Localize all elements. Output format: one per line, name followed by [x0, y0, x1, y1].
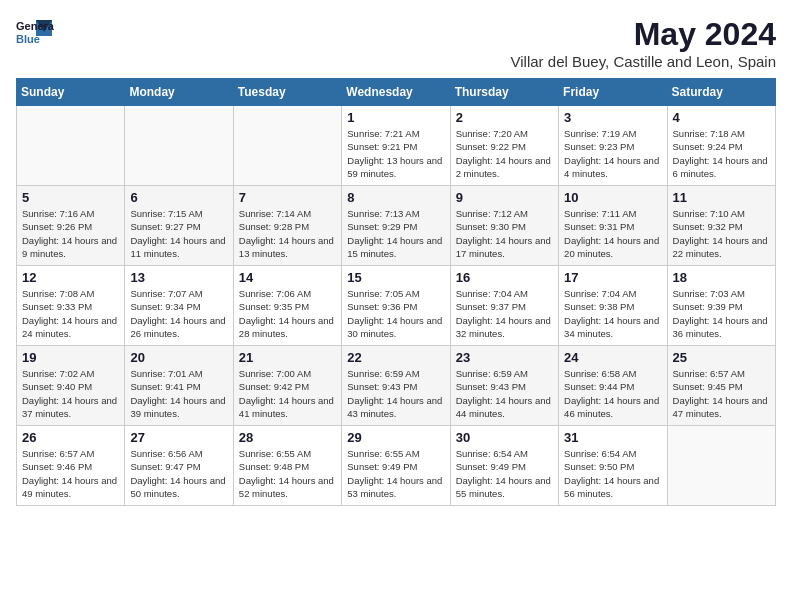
calendar-cell	[17, 106, 125, 186]
weekday-header-row: SundayMondayTuesdayWednesdayThursdayFrid…	[17, 79, 776, 106]
calendar-cell: 24Sunrise: 6:58 AM Sunset: 9:44 PM Dayli…	[559, 346, 667, 426]
calendar-cell	[125, 106, 233, 186]
cell-info: Sunrise: 7:04 AM Sunset: 9:37 PM Dayligh…	[456, 287, 553, 340]
calendar-cell	[233, 106, 341, 186]
calendar-cell: 23Sunrise: 6:59 AM Sunset: 9:43 PM Dayli…	[450, 346, 558, 426]
weekday-header-sunday: Sunday	[17, 79, 125, 106]
calendar-cell: 2Sunrise: 7:20 AM Sunset: 9:22 PM Daylig…	[450, 106, 558, 186]
day-number: 14	[239, 270, 336, 285]
day-number: 8	[347, 190, 444, 205]
day-number: 26	[22, 430, 119, 445]
logo: General Blue	[16, 16, 54, 48]
day-number: 28	[239, 430, 336, 445]
cell-info: Sunrise: 7:21 AM Sunset: 9:21 PM Dayligh…	[347, 127, 444, 180]
cell-info: Sunrise: 6:56 AM Sunset: 9:47 PM Dayligh…	[130, 447, 227, 500]
calendar-cell: 14Sunrise: 7:06 AM Sunset: 9:35 PM Dayli…	[233, 266, 341, 346]
week-row-5: 26Sunrise: 6:57 AM Sunset: 9:46 PM Dayli…	[17, 426, 776, 506]
cell-info: Sunrise: 7:20 AM Sunset: 9:22 PM Dayligh…	[456, 127, 553, 180]
calendar-cell: 20Sunrise: 7:01 AM Sunset: 9:41 PM Dayli…	[125, 346, 233, 426]
day-number: 5	[22, 190, 119, 205]
calendar-cell: 10Sunrise: 7:11 AM Sunset: 9:31 PM Dayli…	[559, 186, 667, 266]
calendar-cell: 27Sunrise: 6:56 AM Sunset: 9:47 PM Dayli…	[125, 426, 233, 506]
calendar-cell: 28Sunrise: 6:55 AM Sunset: 9:48 PM Dayli…	[233, 426, 341, 506]
day-number: 11	[673, 190, 770, 205]
day-number: 12	[22, 270, 119, 285]
day-number: 9	[456, 190, 553, 205]
cell-info: Sunrise: 7:15 AM Sunset: 9:27 PM Dayligh…	[130, 207, 227, 260]
calendar-cell: 21Sunrise: 7:00 AM Sunset: 9:42 PM Dayli…	[233, 346, 341, 426]
cell-info: Sunrise: 7:19 AM Sunset: 9:23 PM Dayligh…	[564, 127, 661, 180]
day-number: 30	[456, 430, 553, 445]
weekday-header-saturday: Saturday	[667, 79, 775, 106]
cell-info: Sunrise: 7:13 AM Sunset: 9:29 PM Dayligh…	[347, 207, 444, 260]
day-number: 19	[22, 350, 119, 365]
day-number: 16	[456, 270, 553, 285]
location-title: Villar del Buey, Castille and Leon, Spai…	[511, 53, 776, 70]
cell-info: Sunrise: 7:05 AM Sunset: 9:36 PM Dayligh…	[347, 287, 444, 340]
day-number: 6	[130, 190, 227, 205]
day-number: 4	[673, 110, 770, 125]
day-number: 31	[564, 430, 661, 445]
cell-info: Sunrise: 6:57 AM Sunset: 9:46 PM Dayligh…	[22, 447, 119, 500]
week-row-2: 5Sunrise: 7:16 AM Sunset: 9:26 PM Daylig…	[17, 186, 776, 266]
day-number: 24	[564, 350, 661, 365]
weekday-header-thursday: Thursday	[450, 79, 558, 106]
cell-info: Sunrise: 7:18 AM Sunset: 9:24 PM Dayligh…	[673, 127, 770, 180]
cell-info: Sunrise: 6:59 AM Sunset: 9:43 PM Dayligh…	[456, 367, 553, 420]
calendar-cell: 19Sunrise: 7:02 AM Sunset: 9:40 PM Dayli…	[17, 346, 125, 426]
cell-info: Sunrise: 7:16 AM Sunset: 9:26 PM Dayligh…	[22, 207, 119, 260]
calendar-cell: 25Sunrise: 6:57 AM Sunset: 9:45 PM Dayli…	[667, 346, 775, 426]
calendar-cell: 4Sunrise: 7:18 AM Sunset: 9:24 PM Daylig…	[667, 106, 775, 186]
cell-info: Sunrise: 6:54 AM Sunset: 9:49 PM Dayligh…	[456, 447, 553, 500]
cell-info: Sunrise: 6:55 AM Sunset: 9:48 PM Dayligh…	[239, 447, 336, 500]
calendar-cell: 18Sunrise: 7:03 AM Sunset: 9:39 PM Dayli…	[667, 266, 775, 346]
weekday-header-tuesday: Tuesday	[233, 79, 341, 106]
calendar-cell: 17Sunrise: 7:04 AM Sunset: 9:38 PM Dayli…	[559, 266, 667, 346]
day-number: 17	[564, 270, 661, 285]
cell-info: Sunrise: 7:01 AM Sunset: 9:41 PM Dayligh…	[130, 367, 227, 420]
cell-info: Sunrise: 7:07 AM Sunset: 9:34 PM Dayligh…	[130, 287, 227, 340]
calendar-cell: 9Sunrise: 7:12 AM Sunset: 9:30 PM Daylig…	[450, 186, 558, 266]
day-number: 2	[456, 110, 553, 125]
month-title: May 2024	[511, 16, 776, 53]
cell-info: Sunrise: 7:11 AM Sunset: 9:31 PM Dayligh…	[564, 207, 661, 260]
calendar-cell: 12Sunrise: 7:08 AM Sunset: 9:33 PM Dayli…	[17, 266, 125, 346]
cell-info: Sunrise: 7:12 AM Sunset: 9:30 PM Dayligh…	[456, 207, 553, 260]
calendar-cell: 5Sunrise: 7:16 AM Sunset: 9:26 PM Daylig…	[17, 186, 125, 266]
weekday-header-monday: Monday	[125, 79, 233, 106]
calendar-cell: 15Sunrise: 7:05 AM Sunset: 9:36 PM Dayli…	[342, 266, 450, 346]
day-number: 27	[130, 430, 227, 445]
day-number: 15	[347, 270, 444, 285]
week-row-4: 19Sunrise: 7:02 AM Sunset: 9:40 PM Dayli…	[17, 346, 776, 426]
calendar-table: SundayMondayTuesdayWednesdayThursdayFrid…	[16, 78, 776, 506]
day-number: 23	[456, 350, 553, 365]
day-number: 1	[347, 110, 444, 125]
day-number: 22	[347, 350, 444, 365]
calendar-cell	[667, 426, 775, 506]
cell-info: Sunrise: 7:04 AM Sunset: 9:38 PM Dayligh…	[564, 287, 661, 340]
calendar-cell: 13Sunrise: 7:07 AM Sunset: 9:34 PM Dayli…	[125, 266, 233, 346]
cell-info: Sunrise: 6:54 AM Sunset: 9:50 PM Dayligh…	[564, 447, 661, 500]
day-number: 13	[130, 270, 227, 285]
calendar-cell: 1Sunrise: 7:21 AM Sunset: 9:21 PM Daylig…	[342, 106, 450, 186]
calendar-cell: 8Sunrise: 7:13 AM Sunset: 9:29 PM Daylig…	[342, 186, 450, 266]
cell-info: Sunrise: 7:06 AM Sunset: 9:35 PM Dayligh…	[239, 287, 336, 340]
cell-info: Sunrise: 7:08 AM Sunset: 9:33 PM Dayligh…	[22, 287, 119, 340]
weekday-header-wednesday: Wednesday	[342, 79, 450, 106]
week-row-1: 1Sunrise: 7:21 AM Sunset: 9:21 PM Daylig…	[17, 106, 776, 186]
cell-info: Sunrise: 7:14 AM Sunset: 9:28 PM Dayligh…	[239, 207, 336, 260]
calendar-cell: 26Sunrise: 6:57 AM Sunset: 9:46 PM Dayli…	[17, 426, 125, 506]
cell-info: Sunrise: 7:02 AM Sunset: 9:40 PM Dayligh…	[22, 367, 119, 420]
cell-info: Sunrise: 7:00 AM Sunset: 9:42 PM Dayligh…	[239, 367, 336, 420]
calendar-cell: 16Sunrise: 7:04 AM Sunset: 9:37 PM Dayli…	[450, 266, 558, 346]
day-number: 29	[347, 430, 444, 445]
cell-info: Sunrise: 7:10 AM Sunset: 9:32 PM Dayligh…	[673, 207, 770, 260]
cell-info: Sunrise: 6:55 AM Sunset: 9:49 PM Dayligh…	[347, 447, 444, 500]
cell-info: Sunrise: 7:03 AM Sunset: 9:39 PM Dayligh…	[673, 287, 770, 340]
calendar-cell: 3Sunrise: 7:19 AM Sunset: 9:23 PM Daylig…	[559, 106, 667, 186]
logo-icon: General Blue	[16, 16, 54, 48]
day-number: 3	[564, 110, 661, 125]
day-number: 7	[239, 190, 336, 205]
calendar-cell: 11Sunrise: 7:10 AM Sunset: 9:32 PM Dayli…	[667, 186, 775, 266]
page-header: General Blue May 2024 Villar del Buey, C…	[16, 16, 776, 70]
